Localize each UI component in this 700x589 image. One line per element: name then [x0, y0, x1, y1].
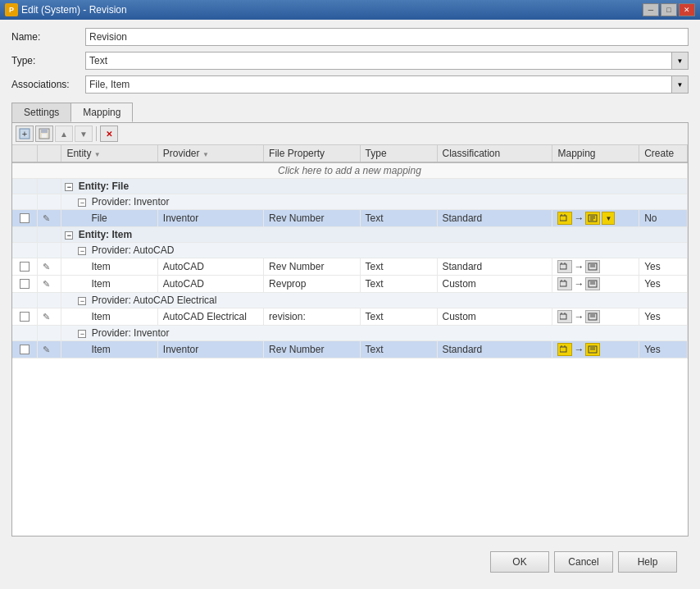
mapping-icon1-file[interactable]	[557, 212, 572, 225]
svg-text:+: +	[22, 129, 27, 139]
associations-dropdown-btn[interactable]: ▼	[671, 76, 688, 93]
header-type[interactable]: Type	[360, 145, 437, 162]
cell-create-item-autocad-elec: Yes	[639, 308, 688, 326]
cell-type-item-inventor: Text	[360, 341, 437, 358]
toolbar-separator	[96, 126, 97, 141]
mapping-icon1-item-elec[interactable]	[557, 310, 572, 323]
cell-entity-file-inventor: File	[61, 210, 157, 227]
header-create[interactable]: Create	[639, 145, 688, 162]
close-button[interactable]: ✕	[679, 3, 695, 16]
app-icon: P	[5, 3, 18, 16]
header-mapping[interactable]: Mapping	[552, 145, 639, 162]
svg-rect-30	[560, 347, 566, 352]
mapping-arrow-elec: →	[574, 311, 584, 322]
provider-autocad-group: − Provider: AutoCAD	[12, 243, 688, 258]
cell-classification-item-inventor: Standard	[437, 341, 552, 358]
cell-provider-file-inventor: Inventor	[157, 210, 263, 227]
svg-rect-5	[560, 216, 566, 221]
expand-provider-autocad[interactable]: −	[78, 247, 86, 255]
mapping-icon2-file[interactable]	[585, 212, 600, 225]
expand-provider-inventor-file[interactable]: −	[78, 199, 86, 207]
type-value	[86, 53, 671, 69]
expand-provider-inventor-item[interactable]: −	[78, 330, 86, 338]
name-label: Name:	[11, 31, 85, 43]
maximize-button[interactable]: □	[661, 3, 677, 16]
expand-entity-file[interactable]: −	[65, 183, 73, 191]
type-dropdown-btn[interactable]: ▼	[671, 53, 688, 69]
mapping-icon2-item-ac2[interactable]	[585, 277, 600, 290]
associations-dropdown[interactable]: ▼	[85, 75, 689, 94]
mapping-icon1-item-inv[interactable]	[557, 343, 572, 356]
header-pencil	[38, 145, 61, 162]
entity-file-label: Entity: File	[79, 180, 129, 192]
expand-entity-item[interactable]: −	[65, 231, 73, 240]
edit-icon-item-autocad-elec[interactable]: ✎	[43, 312, 50, 322]
cell-entity-item-autocad-2: Item	[61, 276, 157, 293]
row-item-inventor[interactable]: ✎ Item Inventor Rev Number Text Standard	[12, 341, 688, 358]
name-input[interactable]	[85, 28, 689, 46]
tab-settings[interactable]: Settings	[11, 103, 71, 122]
cell-create-item-autocad-1: Yes	[639, 258, 688, 276]
edit-icon-item-autocad-1[interactable]: ✎	[43, 262, 50, 272]
mapping-icon2-item-ac1[interactable]	[585, 260, 600, 273]
mapping-icon1-item-ac2[interactable]	[557, 277, 572, 290]
svg-rect-24	[560, 314, 566, 319]
mapping-icon2-item-elec[interactable]	[585, 310, 600, 323]
cell-mapping-item-autocad-elec: →	[552, 308, 639, 326]
cell-create-item-inventor: Yes	[639, 341, 688, 358]
content-panel: + ▲ ▼ ✕ Entity ▼	[11, 122, 689, 536]
toolbar: + ▲ ▼ ✕	[12, 123, 688, 145]
checkbox-item-autocad-1	[17, 262, 32, 272]
mapping-icon1-item-ac1[interactable]	[557, 260, 572, 273]
expand-provider-autocad-elec[interactable]: −	[78, 297, 86, 305]
cell-provider-item-inventor: Inventor	[157, 341, 263, 358]
cell-create-item-autocad-2: Yes	[639, 276, 688, 293]
header-classification[interactable]: Classification	[437, 145, 552, 162]
move-up-button[interactable]: ▲	[55, 126, 73, 142]
move-down-button[interactable]: ▼	[75, 126, 93, 142]
row-item-autocad-2[interactable]: ✎ Item AutoCAD Revprop Text Custom	[12, 276, 688, 293]
cell-mapping-file-inventor: → ▼	[552, 210, 639, 227]
header-file-property[interactable]: File Property	[264, 145, 360, 162]
provider-autocad-elec-label: Provider: AutoCAD Electrical	[92, 294, 217, 306]
mapping-table: Entity ▼ Provider ▼ File Property Type	[12, 145, 688, 358]
header-provider[interactable]: Provider ▼	[157, 145, 263, 162]
provider-inventor-file-group: − Provider: Inventor	[12, 194, 688, 210]
cell-fileprop-item-autocad-1: Rev Number	[264, 258, 360, 276]
mapping-arrow-ac2: →	[574, 278, 584, 290]
header-entity[interactable]: Entity ▼	[61, 145, 157, 162]
ok-button[interactable]: OK	[490, 551, 549, 573]
table-body: Click here to add a new mapping − Entity…	[12, 162, 688, 358]
cell-provider-item-autocad-elec: AutoCAD Electrical	[157, 308, 263, 326]
associations-row: Associations: ▼	[11, 75, 689, 94]
delete-button[interactable]: ✕	[100, 126, 118, 142]
type-row: Type: ▼	[11, 52, 689, 70]
entity-file-group: − Entity: File	[12, 179, 688, 194]
help-button[interactable]: Help	[618, 551, 677, 573]
tabs: Settings Mapping	[11, 103, 689, 122]
add-mapping-text[interactable]: Click here to add a new mapping	[12, 162, 688, 179]
table-container[interactable]: Entity ▼ Provider ▼ File Property Type	[12, 145, 688, 536]
entity-item-group: − Entity: Item	[12, 227, 688, 243]
save-button[interactable]	[35, 126, 53, 142]
associations-label: Associations:	[11, 79, 85, 90]
edit-icon-item-autocad-2[interactable]: ✎	[43, 279, 50, 289]
minimize-button[interactable]: ─	[643, 3, 659, 16]
add-button[interactable]: +	[16, 126, 34, 142]
row-file-inventor[interactable]: ✎ File Inventor Rev Number Text Standard	[12, 210, 688, 227]
row-item-autocad-1[interactable]: ✎ Item AutoCAD Rev Number Text Standard	[12, 258, 688, 276]
add-mapping-row[interactable]: Click here to add a new mapping	[12, 162, 688, 179]
cell-entity-item-autocad-elec: Item	[61, 308, 157, 326]
cell-mapping-item-inventor: →	[552, 341, 639, 358]
cancel-button[interactable]: Cancel	[554, 551, 613, 573]
cell-classification-file-inventor: Standard	[437, 210, 552, 227]
edit-icon-item-inventor[interactable]: ✎	[43, 345, 50, 354]
checkbox-item-autocad-elec	[17, 312, 32, 322]
cell-type-item-autocad-2: Text	[360, 276, 437, 293]
edit-icon-file-inventor[interactable]: ✎	[43, 213, 50, 223]
mapping-dropdown-file[interactable]: ▼	[602, 212, 615, 225]
mapping-icon2-item-inv[interactable]	[585, 343, 600, 356]
type-dropdown[interactable]: ▼	[85, 52, 689, 70]
row-item-autocad-elec[interactable]: ✎ Item AutoCAD Electrical revision: Text…	[12, 308, 688, 326]
tab-mapping[interactable]: Mapping	[70, 103, 133, 122]
